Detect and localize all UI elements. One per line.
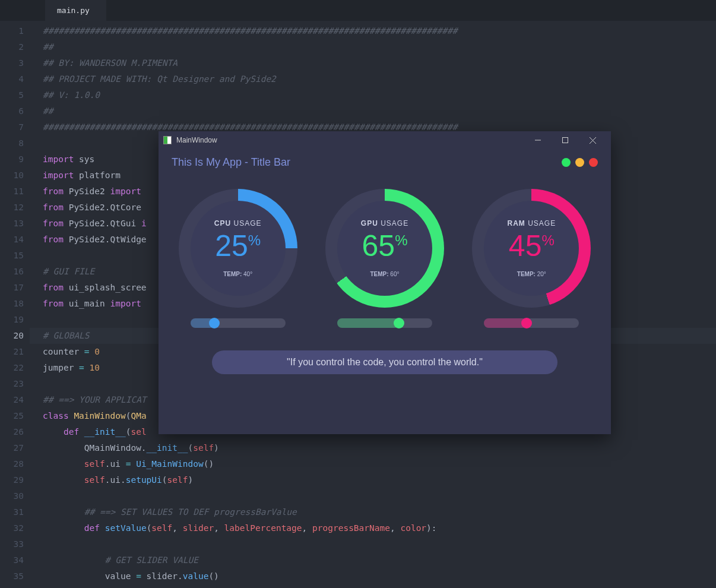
code-line[interactable]: ## [43,39,716,55]
code-line[interactable] [43,536,716,552]
ring-inner: GPU USAGE 65% TEMP: 60° [337,201,432,296]
code-line[interactable]: ## [43,103,716,119]
gauge-label: RAM USAGE [507,219,556,227]
gauge-slider[interactable] [484,318,579,328]
quote-text: "If you control the code, you control th… [287,357,483,368]
app-os-title: MainWindow [176,136,217,144]
code-line[interactable]: ## BY: WANDERSON M.PIMENTA [43,55,716,71]
app-os-titlebar[interactable]: MainWindow [159,131,611,149]
gauge-percentage: 45% [509,230,555,263]
code-line[interactable]: ########################################… [43,23,716,39]
gauge-temp: TEMP: 20° [517,271,546,277]
gauge-temp: TEMP: 60° [370,271,399,277]
code-line[interactable] [43,488,716,504]
gauge-slider[interactable] [191,318,286,328]
code-line[interactable]: ## V: 1.0.0 [43,87,716,103]
app-title: This Is My App - Title Bar [172,156,290,169]
progress-ring: GPU USAGE 65% TEMP: 60° [325,189,444,308]
gauge-percentage: 25% [215,230,261,263]
editor-gutter: 1234567891011121314151617181920212223242… [0,21,30,588]
code-line[interactable]: # GET SLIDER VALUE [43,552,716,568]
code-line[interactable] [43,584,716,588]
gauge-percentage: 65% [362,230,408,263]
app-custom-titlebar: This Is My App - Title Bar [159,149,611,172]
editor-tab-bar: main.py [0,0,716,21]
app-icon [163,136,172,144]
quote-bar: "If you control the code, you control th… [212,350,557,374]
editor-tab-main-py[interactable]: main.py [45,0,106,21]
close-icon [590,137,596,144]
code-line[interactable]: def setValue(self, slider, labelPercenta… [43,520,716,536]
gauges-row: CPU USAGE 25% TEMP: 40° GPU USAGE 65% TE… [159,172,611,334]
minimize-icon [535,137,541,143]
app-window[interactable]: MainWindow This Is My App - Title Bar CP… [159,131,611,434]
editor-tab-label: main.py [57,6,90,15]
progress-ring: CPU USAGE 25% TEMP: 40° [179,189,297,308]
gauge-cpu: CPU USAGE 25% TEMP: 40° [173,189,303,328]
code-line[interactable]: ## PROJECT MADE WITH: Qt Designer and Py… [43,71,716,87]
gauge-ram: RAM USAGE 45% TEMP: 20° [466,189,597,328]
code-line[interactable]: self.ui = Ui_MainWindow() [43,456,716,472]
code-line[interactable]: QMainWindow.__init__(self) [43,440,716,456]
close-button[interactable] [579,131,606,149]
gauge-slider[interactable] [337,318,432,328]
code-line[interactable]: ## ==> SET VALUES TO DEF progressBarValu… [43,504,716,520]
maximize-button[interactable] [552,131,579,149]
ring-inner: RAM USAGE 45% TEMP: 20° [484,201,579,296]
ring-inner: CPU USAGE 25% TEMP: 40° [191,201,286,296]
code-line[interactable]: self.ui.setupUi(self) [43,472,716,488]
traffic-light-yellow[interactable] [575,158,584,167]
svg-rect-1 [563,138,568,143]
gauge-gpu: GPU USAGE 65% TEMP: 60° [319,189,450,328]
slider-thumb[interactable] [394,318,404,328]
gauge-label: CPU USAGE [214,219,262,227]
gauge-label: GPU USAGE [361,219,408,227]
slider-thumb[interactable] [521,318,532,328]
gauge-temp: TEMP: 40° [223,271,252,277]
traffic-light-green[interactable] [562,158,571,167]
traffic-light-red[interactable] [589,158,598,167]
progress-ring: RAM USAGE 45% TEMP: 20° [472,189,591,308]
maximize-icon [562,137,568,143]
slider-thumb[interactable] [209,318,220,328]
code-line[interactable]: value = slider.value() [43,568,716,584]
minimize-button[interactable] [524,131,552,149]
